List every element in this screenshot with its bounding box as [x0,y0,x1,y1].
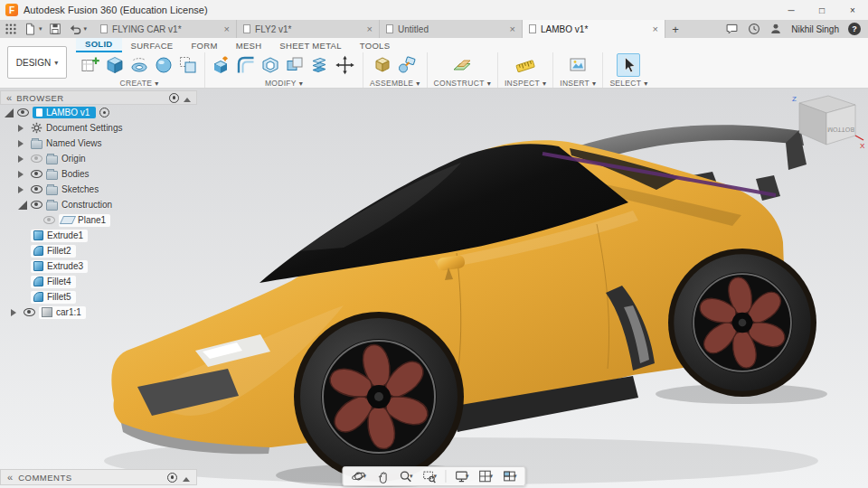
user-name[interactable]: Nikhil Singh [791,24,839,34]
display-settings-button[interactable]: ▾ [450,467,473,485]
visibility-eye-icon[interactable] [24,308,35,316]
insert-dropdown[interactable]: INSERT▾ [560,77,596,88]
minimize-button[interactable]: ─ [776,0,807,20]
collapsed-arrow-icon[interactable] [18,171,27,178]
browser-item-car1[interactable]: car1:1 [0,305,197,320]
user-avatar-icon[interactable] [769,23,782,35]
display-settings-icon[interactable] [169,93,179,103]
tab-close-icon[interactable]: × [367,23,373,34]
combine-icon[interactable] [285,55,305,75]
browser-item-fillet2[interactable]: Fillet2 [0,243,197,258]
select-dropdown[interactable]: SELECT▾ [609,77,647,88]
browser-item-sketches[interactable]: Sketches [0,182,197,197]
feature-chip[interactable]: Fillet4 [31,276,76,288]
visibility-eye-icon[interactable] [31,155,42,163]
close-button[interactable]: × [837,0,868,20]
visibility-eye-icon[interactable] [17,108,29,117]
browser-item-origin[interactable]: Origin [0,151,197,166]
shell-icon[interactable] [260,55,280,75]
orbit-button[interactable]: ▾ [347,467,370,485]
collapse-up-icon[interactable] [183,474,190,482]
tab-untitled[interactable]: Untitled × [380,20,523,38]
comments-bubble-icon[interactable] [725,23,739,35]
tab-form[interactable]: FORM [183,40,227,52]
front-wheel[interactable] [300,318,458,475]
collapse-panel-icon[interactable]: « [7,473,13,483]
activate-component-icon[interactable] [99,108,109,117]
tab-flying-car[interactable]: FLYING CAR v1* × [94,20,237,38]
undo-icon[interactable] [68,23,81,35]
grid-settings-button[interactable]: ▾ [475,467,497,485]
tab-close-icon[interactable]: × [510,23,515,34]
help-icon[interactable]: ? [848,23,861,35]
feature-chip[interactable]: Fillet5 [31,291,76,304]
maximize-button[interactable]: □ [807,0,837,20]
inspect-dropdown[interactable]: INSPECT▾ [505,77,546,88]
browser-header[interactable]: « BROWSER [0,90,197,105]
tab-lambo[interactable]: LAMBO v1* × [523,20,665,38]
collapse-up-icon[interactable] [184,94,191,102]
tab-mesh[interactable]: MESH [227,40,271,52]
tab-solid[interactable]: SOLID [76,38,122,52]
feature-chip[interactable]: Plane1 [59,214,110,227]
new-component-icon[interactable] [373,55,392,75]
component-chip[interactable]: car1:1 [39,306,86,319]
browser-item-extrude1[interactable]: Extrude1 [0,228,197,243]
move-copy-icon[interactable] [334,55,356,75]
measure-icon[interactable] [515,55,535,75]
construction-plane-icon[interactable] [452,55,472,75]
file-menu-icon[interactable] [24,23,36,35]
comments-options-icon[interactable] [167,473,177,483]
job-status-icon[interactable] [748,23,760,35]
browser-item-fillet4[interactable]: Fillet4 [0,274,197,289]
create-sketch-icon[interactable] [80,55,100,75]
visibility-eye-icon[interactable] [31,170,42,178]
project-icon[interactable] [178,55,198,75]
browser-item-document-settings[interactable]: Document Settings [0,120,197,136]
collapsed-arrow-icon[interactable] [18,186,27,193]
modify-dropdown[interactable]: MODIFY▾ [265,77,303,88]
collapsed-arrow-icon[interactable] [11,309,20,316]
select-tool-active-box[interactable] [617,53,640,77]
construct-dropdown[interactable]: CONSTRUCT▾ [434,77,491,88]
select-cursor-icon[interactable] [618,55,638,75]
feature-chip[interactable]: Extrude1 [31,230,88,242]
browser-item-lambo-root[interactable]: LAMBO v1 [0,105,197,120]
comments-panel[interactable]: « COMMENTS [0,469,197,485]
visibility-eye-icon[interactable] [43,216,55,224]
create-dropdown[interactable]: CREATE▾ [120,77,159,88]
browser-item-construction[interactable]: Construction [0,197,197,212]
save-icon[interactable] [49,23,61,35]
browser-item-plane1[interactable]: Plane1 [0,212,197,228]
extrude-icon[interactable] [105,55,125,75]
zoom-button[interactable]: ▾ [394,467,417,485]
tab-close-icon[interactable]: × [653,23,658,34]
expanded-arrow-icon[interactable] [5,108,14,117]
expanded-arrow-icon[interactable] [18,201,27,210]
visibility-eye-icon[interactable] [31,185,42,193]
insert-canvas-icon[interactable] [568,55,588,75]
press-pull-icon[interactable] [212,55,231,75]
tab-close-icon[interactable]: × [224,23,230,34]
browser-item-named-views[interactable]: Named Views [0,136,197,151]
rear-wheel[interactable] [674,254,810,390]
workspace-selector[interactable]: DESIGN ▾ [7,46,67,79]
tab-fly2[interactable]: FLY2 v1* × [237,20,380,38]
viewports-button[interactable]: ▾ [498,467,521,485]
split-body-icon[interactable] [309,55,329,75]
joint-icon[interactable] [397,55,417,75]
collapse-panel-icon[interactable]: « [6,93,12,103]
file-menu-caret-icon[interactable]: ▾ [39,25,42,33]
collapsed-arrow-icon[interactable] [18,140,27,147]
assemble-dropdown[interactable]: ASSEMBLE▾ [370,77,420,88]
tab-tools[interactable]: TOOLS [351,40,400,52]
collapsed-arrow-icon[interactable] [18,125,27,132]
feature-chip[interactable]: Extrude3 [31,260,88,273]
browser-item-bodies[interactable]: Bodies [0,166,197,182]
tab-sheet-metal[interactable]: SHEET METAL [270,40,350,52]
undo-caret-icon[interactable]: ▾ [84,25,88,33]
feature-chip[interactable]: Fillet2 [31,245,76,258]
tab-surface[interactable]: SURFACE [122,40,183,52]
browser-item-extrude3[interactable]: Extrude3 [0,258,197,274]
selected-root-chip[interactable]: LAMBO v1 [33,107,96,118]
